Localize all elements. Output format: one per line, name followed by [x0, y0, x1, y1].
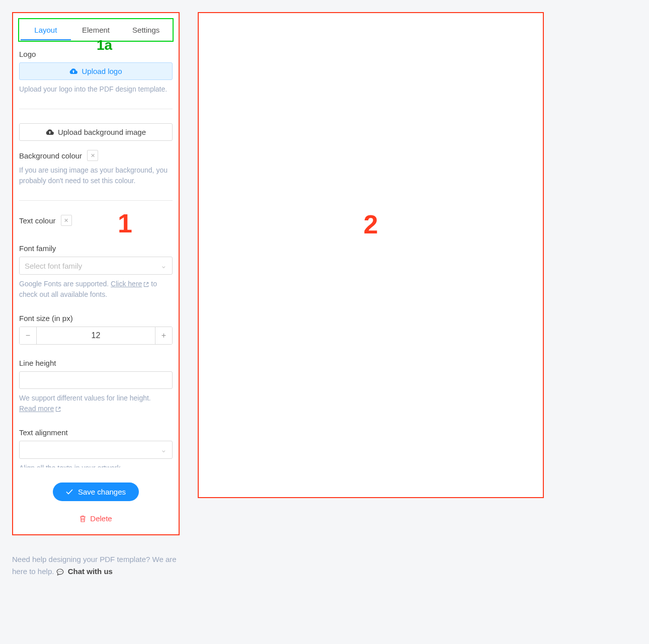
annotation-1: 1 [118, 208, 132, 238]
logo-helper: Upload your logo into the PDF design tem… [19, 84, 173, 95]
line-height-label: Line height [19, 359, 173, 367]
chevron-down-icon: ⌄ [160, 445, 167, 454]
chat-with-us-link[interactable]: Chat with us [68, 567, 113, 576]
svg-point-0 [58, 571, 59, 572]
line-height-input[interactable] [19, 371, 173, 389]
tab-settings[interactable]: Settings [121, 21, 171, 40]
save-button[interactable]: Save changes [53, 482, 139, 501]
font-size-value: 12 [37, 327, 155, 344]
bg-colour-helper: If you are using image as your backgroun… [19, 165, 173, 186]
font-size-stepper[interactable]: − 12 + [19, 327, 173, 345]
preview-panel: 2 [198, 12, 544, 498]
decrement-button[interactable]: − [20, 327, 37, 344]
font-family-select[interactable]: Select font family ⌄ [19, 257, 173, 275]
cloud-upload-icon [69, 68, 77, 74]
text-align-label: Text alignment [19, 428, 173, 437]
upload-bg-label: Upload background image [58, 128, 146, 136]
bg-colour-swatch[interactable] [87, 150, 98, 161]
text-colour-label: Text colour [19, 215, 173, 226]
tab-layout[interactable]: Layout [21, 21, 71, 40]
tab-element[interactable]: Element [71, 21, 121, 40]
google-fonts-link[interactable]: Click here [111, 280, 149, 288]
help-text: Need help designing your PDF template? W… [12, 553, 193, 578]
chevron-down-icon: ⌄ [160, 261, 167, 270]
external-link-icon [143, 282, 149, 287]
panel-footer: Save changes Delete [18, 467, 174, 529]
annotation-1a: 1a [97, 37, 112, 53]
logo-label: Logo [19, 50, 173, 58]
divider [19, 109, 173, 109]
upload-bg-button[interactable]: Upload background image [19, 123, 173, 141]
divider [19, 200, 173, 201]
svg-point-1 [59, 571, 60, 572]
upload-logo-button[interactable]: Upload logo [19, 62, 173, 80]
text-align-select[interactable]: ⌄ [19, 441, 173, 459]
trash-icon [79, 515, 86, 522]
increment-button[interactable]: + [155, 327, 172, 344]
cloud-upload-icon [46, 129, 54, 135]
check-icon [66, 489, 73, 495]
font-family-helper: Google Fonts are supported. Click here t… [19, 279, 173, 300]
annotation-2: 2 [364, 209, 378, 239]
font-family-placeholder: Select font family [25, 262, 82, 270]
text-align-helper: Align all the texts in your artwork. [19, 463, 173, 467]
settings-panel: Layout Element Settings 1a 1 Logo Upload… [12, 12, 180, 535]
font-family-label: Font family [19, 244, 173, 253]
chat-icon [56, 569, 64, 576]
tabs: Layout Element Settings [21, 21, 171, 41]
tabs-highlight: Layout Element Settings [18, 18, 174, 42]
text-colour-swatch[interactable] [61, 215, 72, 226]
external-link-icon [55, 407, 61, 412]
line-height-link[interactable]: Read more [19, 405, 61, 413]
bg-colour-label: Background colour [19, 150, 173, 161]
line-height-helper: We support different values for line hei… [19, 393, 173, 414]
font-size-label: Font size (in px) [19, 314, 173, 323]
delete-button[interactable]: Delete [79, 514, 112, 523]
upload-logo-label: Upload logo [82, 67, 122, 75]
svg-point-2 [61, 571, 61, 572]
